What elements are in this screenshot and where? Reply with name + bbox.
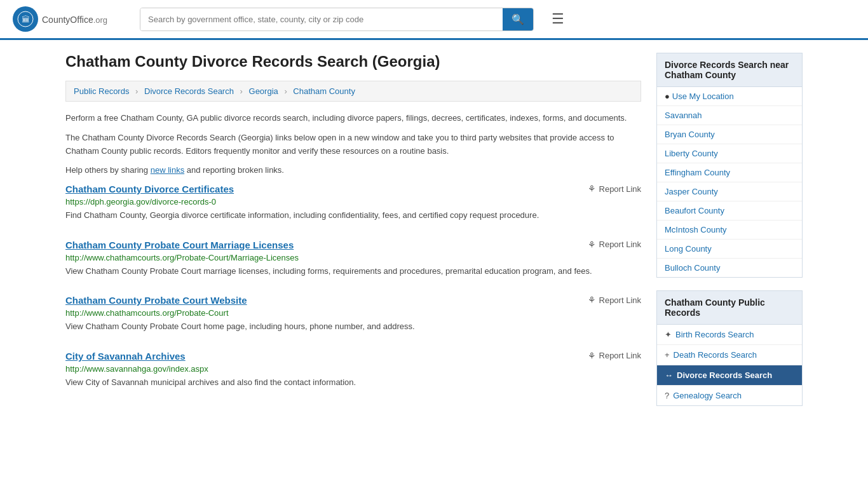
result-item: Chatham County Divorce Certificates ⚘ Re… — [65, 184, 641, 222]
result-header: City of Savannah Archives ⚘ Report Link — [65, 351, 641, 362]
public-record-link-2[interactable]: Divorce Records Search — [677, 370, 772, 380]
nearby-header: Divorce Records Search near Chatham Coun… — [656, 53, 803, 87]
nearby-link-5[interactable]: Beaufort County — [665, 206, 724, 215]
report-icon-3: ⚘ — [588, 351, 596, 361]
nearby-link-item[interactable]: Beaufort County — [657, 201, 802, 220]
result-header: Chatham County Probate Court Website ⚘ R… — [65, 295, 641, 306]
description-para1: Perform a free Chatham County, GA public… — [65, 112, 641, 125]
report-label-1: Report Link — [599, 240, 641, 249]
public-records-list: ✦Birth Records Search+Death Records Sear… — [656, 325, 803, 406]
nearby-link-item[interactable]: Bryan County — [657, 125, 802, 144]
result-url-3[interactable]: http://www.savannahga.gov/index.aspx — [65, 364, 641, 374]
public-record-item-0[interactable]: ✦Birth Records Search — [657, 325, 802, 345]
nearby-link-4[interactable]: Jasper County — [665, 187, 718, 196]
nearby-link-item[interactable]: Bulloch County — [657, 259, 802, 277]
report-label-2: Report Link — [599, 295, 641, 305]
nearby-link-item[interactable]: Savannah — [657, 106, 802, 125]
result-title-0[interactable]: Chatham County Divorce Certificates — [65, 184, 234, 194]
report-link-3[interactable]: ⚘ Report Link — [588, 351, 641, 361]
use-my-location-item[interactable]: ●Use My Location — [657, 87, 802, 106]
breadcrumb-public-records[interactable]: Public Records — [74, 86, 129, 96]
breadcrumb-sep-2: › — [240, 86, 243, 96]
result-title-1[interactable]: Chatham County Probate Court Marriage Li… — [65, 240, 294, 250]
public-record-link-3[interactable]: Genealogy Search — [673, 391, 742, 400]
new-links-link[interactable]: new links — [151, 165, 184, 175]
public-record-item-3[interactable]: ?Genealogy Search — [657, 386, 802, 405]
nearby-links-container: ●Use My LocationSavannahBryan CountyLibe… — [656, 87, 803, 278]
breadcrumb-chatham-county[interactable]: Chatham County — [293, 86, 355, 96]
rec-icon-2: ↔ — [665, 370, 673, 380]
description-para3: Help others by sharing new links and rep… — [65, 164, 641, 177]
content-area: Chatham County Divorce Records Search (G… — [65, 53, 641, 409]
description-para2: The Chatham County Divorce Records Searc… — [65, 132, 641, 158]
result-url-0[interactable]: https://dph.georgia.gov/divorce-records-… — [65, 197, 641, 207]
nearby-link-item[interactable]: Liberty County — [657, 144, 802, 163]
nearby-link-1[interactable]: Bryan County — [665, 130, 715, 139]
nearby-link-item[interactable]: Effingham County — [657, 163, 802, 182]
breadcrumb-georgia[interactable]: Georgia — [249, 86, 278, 96]
report-label-3: Report Link — [599, 351, 641, 360]
nearby-link-3[interactable]: Effingham County — [665, 168, 730, 177]
result-desc-0: Find Chatham County, Georgia divorce cer… — [65, 209, 641, 222]
result-title-2[interactable]: Chatham County Probate Court Website — [65, 295, 247, 306]
result-desc-3: View City of Savannah municipal archives… — [65, 376, 641, 389]
breadcrumb-sep-3: › — [284, 86, 287, 96]
result-item: Chatham County Probate Court Marriage Li… — [65, 240, 641, 278]
results-container: Chatham County Divorce Certificates ⚘ Re… — [65, 184, 641, 388]
result-title-3[interactable]: City of Savannah Archives — [65, 351, 186, 362]
result-header: Chatham County Probate Court Marriage Li… — [65, 240, 641, 250]
public-record-item-1[interactable]: +Death Records Search — [657, 345, 802, 365]
main-container: Chatham County Divorce Records Search (G… — [53, 40, 815, 421]
nearby-link-6[interactable]: McIntosh County — [665, 225, 727, 234]
public-record-link-1[interactable]: Death Records Search — [674, 350, 757, 360]
svg-text:🏛: 🏛 — [22, 15, 30, 24]
rec-icon-0: ✦ — [665, 330, 672, 339]
para3-prefix: Help others by sharing — [65, 165, 151, 175]
sidebar: Divorce Records Search near Chatham Coun… — [656, 53, 803, 409]
site-header: 🏛 CountyOffice.org 🔍 ☰ — [0, 0, 868, 40]
logo-text: CountyOffice.org — [42, 13, 107, 26]
search-bar: 🔍 — [140, 8, 534, 31]
result-desc-2: View Chatham County Probate Court home p… — [65, 320, 641, 333]
breadcrumb-sep-1: › — [135, 86, 138, 96]
report-link-2[interactable]: ⚘ Report Link — [588, 295, 641, 305]
nearby-link-item[interactable]: McIntosh County — [657, 220, 802, 240]
location-icon: ● — [665, 92, 670, 101]
result-header: Chatham County Divorce Certificates ⚘ Re… — [65, 184, 641, 194]
search-input[interactable] — [140, 8, 503, 30]
nearby-link-7[interactable]: Long County — [665, 244, 712, 254]
result-item: City of Savannah Archives ⚘ Report Link … — [65, 351, 641, 389]
nearby-link-item[interactable]: Long County — [657, 240, 802, 259]
page-title: Chatham County Divorce Records Search (G… — [65, 53, 641, 71]
search-button[interactable]: 🔍 — [503, 8, 533, 30]
public-records-header: Chatham County Public Records — [656, 290, 803, 325]
nearby-link-2[interactable]: Liberty County — [665, 149, 718, 158]
para3-suffix: and reporting broken links. — [184, 165, 284, 175]
rec-icon-1: + — [665, 350, 670, 360]
result-url-2[interactable]: http://www.chathamcourts.org/Probate-Cou… — [65, 308, 641, 318]
result-item: Chatham County Probate Court Website ⚘ R… — [65, 295, 641, 333]
report-icon-2: ⚘ — [588, 295, 596, 305]
nearby-link-0[interactable]: Savannah — [665, 111, 702, 120]
use-my-location-link[interactable]: Use My Location — [672, 92, 734, 101]
logo-icon: 🏛 — [13, 6, 38, 32]
nearby-links-list: ●Use My LocationSavannahBryan CountyLibe… — [656, 87, 803, 278]
nearby-link-8[interactable]: Bulloch County — [665, 263, 720, 273]
report-icon-0: ⚘ — [588, 184, 596, 194]
nearby-link-item[interactable]: Jasper County — [657, 182, 802, 201]
report-link-1[interactable]: ⚘ Report Link — [588, 240, 641, 250]
report-link-0[interactable]: ⚘ Report Link — [588, 184, 641, 194]
result-url-1[interactable]: http://www.chathamcourts.org/Probate-Cou… — [65, 253, 641, 262]
report-label-0: Report Link — [599, 184, 641, 194]
public-record-link-0[interactable]: Birth Records Search — [675, 330, 754, 339]
public-record-item-2[interactable]: ↔Divorce Records Search — [657, 365, 802, 386]
breadcrumb: Public Records › Divorce Records Search … — [65, 81, 641, 102]
result-desc-1: View Chatham County Probate Court marria… — [65, 265, 641, 278]
menu-button[interactable]: ☰ — [546, 8, 569, 30]
logo-area[interactable]: 🏛 CountyOffice.org — [13, 6, 127, 32]
report-icon-1: ⚘ — [588, 240, 596, 250]
breadcrumb-divorce-records[interactable]: Divorce Records Search — [144, 86, 234, 96]
rec-icon-3: ? — [665, 391, 669, 400]
